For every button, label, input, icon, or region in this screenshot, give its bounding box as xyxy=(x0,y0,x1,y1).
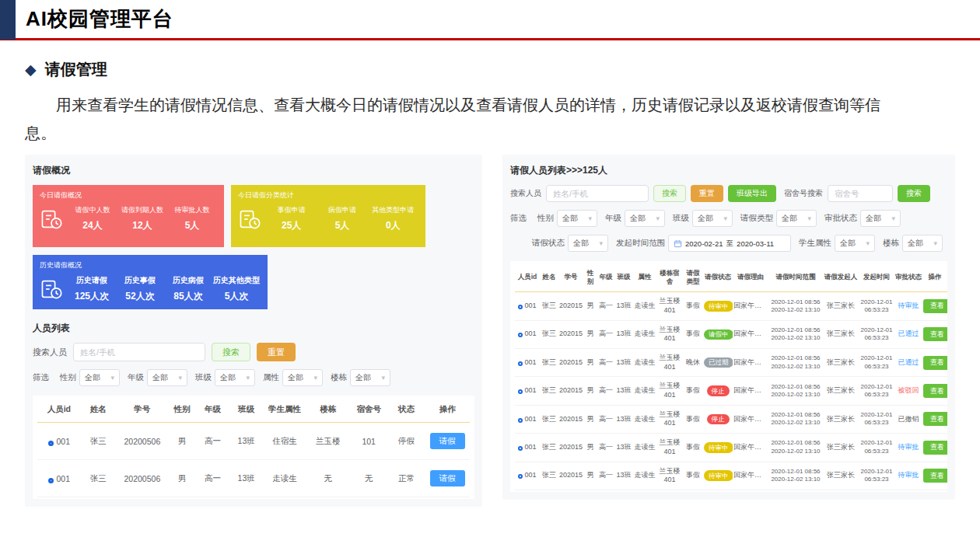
cell-building-dorm: 兰玉楼 401 xyxy=(656,462,683,490)
radio-button[interactable] xyxy=(518,333,523,337)
stat: 病假申请 5人 xyxy=(317,205,367,232)
leave-request-button[interactable]: 请假 xyxy=(430,470,465,486)
selected-value: 全部 xyxy=(840,238,856,249)
filter-select[interactable]: 全部 ▾ xyxy=(625,210,665,227)
building-select[interactable]: 全部 ▾ xyxy=(902,235,943,252)
cell-id: 001 xyxy=(515,320,540,348)
radio-button[interactable] xyxy=(518,446,523,451)
building: 兰玉楼 xyxy=(657,297,682,306)
view-button[interactable]: 查看 xyxy=(923,384,947,398)
cell-grade: 高一 xyxy=(597,462,614,490)
stat-value: 24人 xyxy=(68,219,117,232)
chevron-down-icon: ▾ xyxy=(599,239,603,247)
cell-leave-type: 晚休 xyxy=(683,349,703,377)
cell-dorm: 无 xyxy=(350,460,388,497)
search-button[interactable]: 搜索 xyxy=(653,185,686,202)
filter-select[interactable]: 全部 ▾ xyxy=(282,369,323,386)
filter-field-label: 发起时间范围 xyxy=(616,238,665,249)
column-header: 状态 xyxy=(388,397,425,423)
cell-start-time: 2020-12-01 06:53:23 xyxy=(859,377,894,405)
cell-gender: 男 xyxy=(583,405,597,433)
leave-status-select[interactable]: 全部 ▾ xyxy=(568,235,608,252)
cell-leave-status: 待审中 xyxy=(703,462,733,490)
radio-button[interactable] xyxy=(518,389,523,394)
chevron-down-icon: ▾ xyxy=(807,214,811,222)
approval-status: 被驳回 xyxy=(898,386,919,394)
date-range-input[interactable]: 2020-02-21 至 2020-03-11 xyxy=(668,235,791,252)
cell-id: 001 xyxy=(37,423,81,460)
filter-select[interactable]: 全部 ▾ xyxy=(692,210,733,227)
dorm-search-button[interactable]: 搜索 xyxy=(898,185,930,202)
filter-field-label: 性别 xyxy=(537,213,554,224)
cell-reason: 回家午休,奶奶过... xyxy=(733,405,768,433)
column-header: 请假理由 xyxy=(733,263,768,292)
cell-gender: 男 xyxy=(583,434,597,462)
cell-leave-type: 事假 xyxy=(683,320,703,348)
filter-select[interactable]: 全部 ▾ xyxy=(147,369,187,386)
status-badge: 已过期 xyxy=(704,357,733,368)
today-cards-row: 今日请假概况 请假中人数 24人 xyxy=(33,185,474,247)
cell-gender: 男 xyxy=(583,349,597,377)
view-button[interactable]: 查看 xyxy=(923,412,947,426)
start-time: 06:53:23 xyxy=(859,419,894,427)
calendar-clock-icon xyxy=(40,207,68,231)
filter-select[interactable]: 全部 ▾ xyxy=(557,210,597,227)
leave-row: 001 张三 202015 男 高一 13班 走读生 兰玉楼 401 xyxy=(515,292,947,320)
view-button[interactable]: 查看 xyxy=(923,356,947,370)
export-button[interactable]: 班级导出 xyxy=(728,185,776,202)
reset-button[interactable]: 重置 xyxy=(691,185,723,202)
start-date: 2020-12-01 xyxy=(859,298,894,306)
view-button[interactable]: 查看 xyxy=(923,299,947,313)
cell-approval: 已通过 xyxy=(894,320,922,348)
radio-button[interactable] xyxy=(518,418,523,423)
personnel-row: 001 张三 20200506 男 高一 13班 住宿生 兰玉楼 101 停假 xyxy=(37,423,470,460)
search-button[interactable]: 搜索 xyxy=(212,343,250,361)
view-button[interactable]: 查看 xyxy=(923,327,947,341)
cell-id: 001 xyxy=(515,434,540,462)
filter-select[interactable]: 全部 ▾ xyxy=(215,369,255,386)
radio-button[interactable] xyxy=(48,441,54,446)
radio-button[interactable] xyxy=(518,474,523,479)
panels: 请假概况 今日请假概况 请假中人数 xyxy=(25,155,955,507)
radio-button[interactable] xyxy=(518,361,523,366)
leave-search-input[interactable] xyxy=(546,185,649,202)
cell-initiator: 张三家长 xyxy=(823,349,859,377)
reset-button[interactable]: 重置 xyxy=(257,343,296,361)
personnel-search-row: 搜索人员 搜索 重置 xyxy=(33,343,474,361)
card-title: 今日请假分类统计 xyxy=(238,190,418,201)
approval-status: 待审批 xyxy=(898,302,919,309)
radio-button[interactable] xyxy=(518,305,523,309)
radio-button[interactable] xyxy=(48,478,54,483)
selected-value: 全部 xyxy=(908,238,923,249)
cell-student-no: 202015 xyxy=(558,349,583,377)
leave-request-button[interactable]: 请假 xyxy=(430,433,465,449)
stat-label: 历史请假 xyxy=(68,275,116,286)
filter-select[interactable]: 全部 ▾ xyxy=(860,210,901,227)
cell-class: 13班 xyxy=(614,349,633,377)
dorm: 401 xyxy=(657,419,682,428)
chevron-down-icon: ▾ xyxy=(656,214,660,222)
cell-id: 001 xyxy=(515,377,540,405)
cell-leave-status: 待审中 xyxy=(703,434,733,462)
cell-action: 查看 xyxy=(922,377,947,405)
leave-row: 001 张三 202015 男 高一 13班 走读生 兰玉楼 401 xyxy=(515,462,947,490)
view-button[interactable]: 查看 xyxy=(923,441,947,455)
column-header: 请假发起人 xyxy=(823,263,859,292)
cell-leave-type: 事假 xyxy=(683,292,703,320)
filter-select[interactable]: 全部 ▾ xyxy=(350,369,390,386)
student-attr-select[interactable]: 全部 ▾ xyxy=(835,235,875,252)
filter-select[interactable]: 全部 ▾ xyxy=(776,210,817,227)
stat: 其他类型申请 0人 xyxy=(368,205,418,232)
person-id: 001 xyxy=(524,471,536,479)
personnel-search-input[interactable] xyxy=(73,343,205,361)
cell-class: 13班 xyxy=(614,462,633,490)
filter-select[interactable]: 全部 ▾ xyxy=(79,369,120,386)
cell-status: 正常 xyxy=(388,460,425,497)
cell-reason: 回家午休,奶奶过... xyxy=(733,434,768,462)
calendar-icon xyxy=(674,239,682,248)
column-header: 班级 xyxy=(614,263,633,292)
personnel-title: 人员列表 xyxy=(33,322,474,335)
view-button[interactable]: 查看 xyxy=(923,469,947,483)
dorm-search-input[interactable] xyxy=(828,185,893,202)
cell-attr: 走读生 xyxy=(633,320,656,348)
